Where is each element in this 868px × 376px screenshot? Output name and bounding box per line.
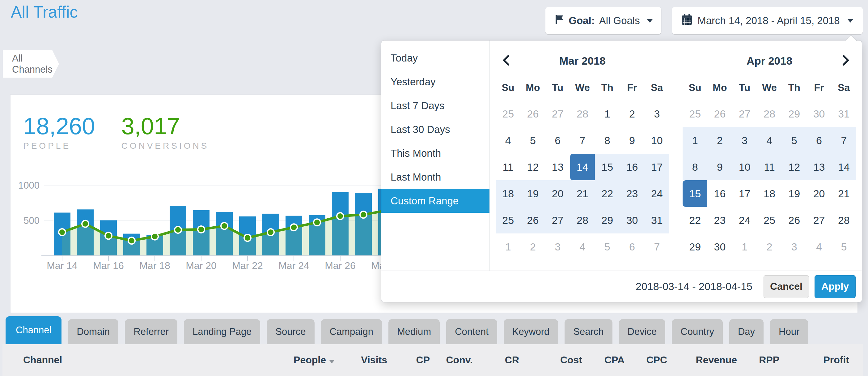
column-header-cpc[interactable]: CPC — [624, 354, 667, 366]
cancel-button[interactable]: Cancel — [764, 275, 809, 298]
column-header-profit[interactable]: Profit — [779, 354, 849, 366]
calendar-day[interactable]: 24 — [732, 207, 757, 233]
calendar-day[interactable]: 25 — [496, 207, 520, 233]
calendar-day[interactable]: 28 — [570, 207, 595, 233]
calendar-day[interactable]: 25 — [757, 207, 782, 233]
calendar-day[interactable]: 11 — [496, 154, 520, 180]
calendar-day[interactable]: 8 — [683, 154, 707, 180]
preset-item-this-month[interactable]: This Month — [381, 141, 490, 165]
calendar-day[interactable]: 4 — [496, 127, 520, 154]
tab-hour[interactable]: Hour — [770, 319, 808, 344]
calendar-day[interactable]: 7 — [570, 127, 595, 154]
calendar-day[interactable]: 30 — [620, 207, 644, 233]
calendar-day[interactable]: 6 — [807, 127, 831, 154]
tab-medium[interactable]: Medium — [389, 319, 440, 344]
calendar-day[interactable]: 22 — [683, 207, 707, 233]
x-axis-label: Mar 18 — [140, 260, 170, 271]
column-header-visits[interactable]: Visits — [335, 354, 387, 366]
calendar-day[interactable]: 23 — [620, 180, 644, 207]
calendar-day[interactable]: 16 — [620, 154, 644, 180]
calendar-day[interactable]: 12 — [782, 154, 807, 180]
calendar-day[interactable]: 23 — [707, 207, 732, 233]
calendar-day[interactable]: 26 — [782, 207, 807, 233]
calendar-day[interactable]: 5 — [520, 127, 545, 154]
column-header-people[interactable]: People — [273, 354, 335, 366]
calendar-day[interactable]: 9 — [620, 127, 644, 154]
column-header-revenue[interactable]: Revenue — [667, 354, 737, 366]
tab-landing-page[interactable]: Landing Page — [184, 319, 260, 344]
calendar-day[interactable]: 17 — [645, 154, 669, 180]
calendar-day[interactable]: 15 — [683, 180, 707, 207]
calendar-day[interactable]: 5 — [782, 127, 807, 154]
calendar-day[interactable]: 18 — [496, 180, 520, 207]
tab-campaign[interactable]: Campaign — [321, 319, 382, 344]
calendar-day[interactable]: 1 — [595, 100, 620, 127]
calendar-day[interactable]: 20 — [546, 180, 570, 207]
column-header-channel[interactable]: Channel — [23, 354, 273, 366]
goal-filter-button[interactable]: Goal: All Goals — [546, 7, 661, 34]
calendar-day[interactable]: 30 — [707, 233, 732, 260]
tab-device[interactable]: Device — [619, 319, 665, 344]
calendar-day[interactable]: 27 — [807, 207, 831, 233]
calendar-day[interactable]: 7 — [832, 127, 856, 154]
tab-channel[interactable]: Channel — [6, 316, 61, 344]
calendar-day[interactable]: 19 — [782, 180, 807, 207]
apply-button[interactable]: Apply — [814, 275, 856, 298]
column-header-cr[interactable]: CR — [473, 354, 519, 366]
calendar-day[interactable]: 9 — [707, 154, 732, 180]
calendar-day[interactable]: 29 — [683, 233, 707, 260]
calendar-day[interactable]: 3 — [645, 100, 669, 127]
calendar-day[interactable]: 4 — [757, 127, 782, 154]
calendar-day[interactable]: 28 — [832, 207, 856, 233]
calendar-day[interactable]: 3 — [732, 127, 757, 154]
calendar-day[interactable]: 31 — [645, 207, 669, 233]
calendar-day[interactable]: 10 — [645, 127, 669, 154]
calendar-day[interactable]: 2 — [707, 127, 732, 154]
tab-source[interactable]: Source — [267, 319, 314, 344]
preset-item-last-30-days[interactable]: Last 30 Days — [381, 117, 490, 141]
calendar-day[interactable]: 10 — [732, 154, 757, 180]
calendar-day[interactable]: 21 — [570, 180, 595, 207]
preset-item-yesterday[interactable]: Yesterday — [381, 70, 490, 94]
preset-item-last-month[interactable]: Last Month — [381, 165, 490, 189]
tab-keyword[interactable]: Keyword — [504, 319, 558, 344]
calendar-day[interactable]: 16 — [707, 180, 732, 207]
column-header-rpp[interactable]: RPP — [737, 354, 779, 366]
calendar-day[interactable]: 19 — [520, 180, 545, 207]
calendar-day[interactable]: 1 — [683, 127, 707, 154]
calendar-day[interactable]: 26 — [520, 207, 545, 233]
column-header-cpa[interactable]: CPA — [582, 354, 624, 366]
preset-item-custom-range[interactable]: Custom Range — [381, 189, 490, 213]
calendar-day[interactable]: 29 — [595, 207, 620, 233]
calendar-day[interactable]: 13 — [807, 154, 831, 180]
calendar-day[interactable]: 22 — [595, 180, 620, 207]
calendar-day[interactable]: 12 — [520, 154, 545, 180]
calendar-day[interactable]: 8 — [595, 127, 620, 154]
calendar-day[interactable]: 13 — [546, 154, 570, 180]
tab-domain[interactable]: Domain — [68, 319, 118, 344]
tab-day[interactable]: Day — [729, 319, 764, 344]
column-header-conv-[interactable]: Conv. — [430, 354, 473, 366]
preset-item-last-7-days[interactable]: Last 7 Days — [381, 94, 490, 117]
calendar-day[interactable]: 11 — [757, 154, 782, 180]
calendar-day[interactable]: 20 — [807, 180, 831, 207]
tab-country[interactable]: Country — [672, 319, 723, 344]
tab-content[interactable]: Content — [446, 319, 497, 344]
calendar-day[interactable]: 15 — [595, 154, 620, 180]
conversions-stat: 3,017 CONVERSIONS — [121, 114, 209, 151]
calendar-day[interactable]: 2 — [620, 100, 644, 127]
column-header-cost[interactable]: Cost — [519, 354, 582, 366]
preset-item-today[interactable]: Today — [381, 46, 490, 70]
column-header-cp[interactable]: CP — [387, 354, 430, 366]
calendar-day[interactable]: 14 — [570, 154, 595, 180]
tab-search[interactable]: Search — [564, 319, 612, 344]
calendar-day[interactable]: 17 — [732, 180, 757, 207]
calendar-day[interactable]: 27 — [546, 207, 570, 233]
calendar-day[interactable]: 14 — [832, 154, 856, 180]
tab-referrer[interactable]: Referrer — [125, 319, 177, 344]
calendar-day[interactable]: 21 — [832, 180, 856, 207]
calendar-day[interactable]: 6 — [546, 127, 570, 154]
calendar-day[interactable]: 18 — [757, 180, 782, 207]
date-range-button[interactable]: March 14, 2018 - April 15, 2018 — [672, 7, 863, 34]
calendar-day[interactable]: 24 — [645, 180, 669, 207]
